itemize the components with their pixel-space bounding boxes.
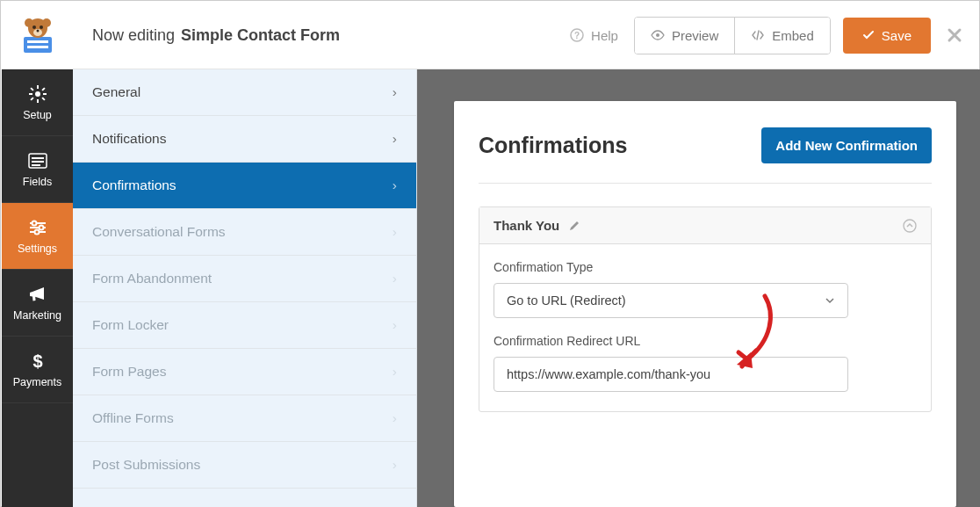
panel-body: Confirmation Type Go to URL (Redirect) C… (479, 244, 931, 411)
sliders-icon (28, 218, 47, 237)
submenu-item-conversational-forms[interactable]: Conversational Forms › (73, 209, 416, 256)
submenu-item-notifications[interactable]: Notifications › (73, 116, 416, 163)
submenu-item-post-submissions[interactable]: Post Submissions › (73, 442, 416, 489)
chevron-down-icon (825, 295, 835, 306)
vnav-label: Settings (18, 243, 57, 255)
submenu-item-confirmations[interactable]: Confirmations › (73, 163, 416, 209)
save-label: Save (882, 28, 912, 43)
svg-rect-20 (41, 87, 45, 91)
chevron-up-icon (903, 219, 917, 233)
svg-text:$: $ (32, 351, 42, 371)
submenu-label: Form Abandonment (92, 271, 212, 286)
submenu-label: Confirmations (92, 177, 177, 193)
pencil-icon[interactable] (568, 220, 580, 232)
close-icon (947, 27, 962, 43)
chevron-right-icon: › (393, 84, 397, 100)
dollar-icon: $ (28, 351, 47, 371)
embed-button[interactable]: Embed (734, 18, 830, 54)
svg-point-4 (25, 18, 33, 27)
panel-header[interactable]: Thank You (479, 207, 931, 244)
topbar: Now editing Simple Contact Form ? Help P… (73, 2, 978, 69)
submenu-item-form-locker[interactable]: Form Locker › (73, 302, 416, 349)
svg-point-9 (36, 30, 39, 33)
preview-button[interactable]: Preview (635, 18, 734, 54)
submenu-item-form-abandonment[interactable]: Form Abandonment › (73, 256, 416, 302)
chevron-right-icon: › (393, 131, 397, 147)
svg-point-12 (656, 33, 659, 37)
svg-point-33 (904, 220, 916, 232)
eye-icon (651, 28, 665, 42)
submenu-label: Conversational Forms (92, 224, 226, 240)
submenu-label: Offline Forms (92, 410, 174, 426)
vertical-nav: Setup Fields Settings Marketing $ Paymen… (2, 69, 73, 507)
add-confirmation-button[interactable]: Add New Confirmation (761, 127, 932, 163)
settings-submenu: General › Notifications › Confirmations … (73, 69, 417, 507)
svg-point-13 (35, 91, 40, 97)
svg-rect-25 (32, 164, 40, 166)
svg-point-31 (34, 229, 39, 234)
panel-title: Thank You (494, 218, 559, 233)
check-icon (862, 29, 875, 41)
redirect-url-label: Confirmation Redirect URL (494, 334, 917, 348)
submenu-item-offline-forms[interactable]: Offline Forms › (73, 395, 416, 442)
vnav-item-marketing[interactable]: Marketing (2, 270, 73, 337)
confirmation-type-select[interactable]: Go to URL (Redirect) (494, 283, 848, 318)
vnav-label: Fields (23, 176, 52, 188)
submenu-label: Form Locker (92, 317, 169, 333)
preview-embed-group: Preview Embed (634, 17, 831, 54)
vnav-item-settings[interactable]: Settings (2, 203, 73, 270)
code-icon (751, 28, 765, 42)
svg-text:?: ? (574, 31, 580, 40)
svg-rect-1 (27, 40, 48, 43)
svg-point-29 (39, 225, 43, 229)
chevron-right-icon: › (393, 224, 397, 240)
redirect-url-input[interactable] (494, 357, 848, 392)
form-title: Simple Contact Form (181, 26, 340, 44)
svg-rect-21 (30, 97, 33, 100)
svg-rect-16 (29, 93, 32, 95)
help-link[interactable]: ? Help (570, 28, 618, 43)
vnav-item-payments[interactable]: $ Payments (2, 337, 73, 403)
chevron-right-icon: › (393, 317, 397, 333)
svg-rect-0 (24, 37, 52, 53)
main-column: Confirmations Add New Confirmation Thank… (417, 69, 980, 507)
submenu-item-form-pages[interactable]: Form Pages › (73, 349, 416, 395)
vnav-item-fields[interactable]: Fields (2, 136, 73, 203)
vnav-item-setup[interactable]: Setup (2, 69, 73, 136)
save-button[interactable]: Save (843, 18, 931, 54)
svg-rect-2 (27, 46, 48, 48)
help-label: Help (591, 28, 618, 43)
chevron-right-icon: › (393, 364, 397, 380)
chevron-right-icon: › (393, 457, 397, 473)
embed-label: Embed (772, 28, 814, 43)
vnav-label: Payments (13, 376, 62, 388)
chevron-right-icon: › (393, 177, 397, 193)
svg-point-6 (32, 25, 36, 29)
chevron-right-icon: › (393, 271, 397, 286)
gear-icon (28, 84, 47, 104)
svg-rect-24 (32, 161, 44, 163)
add-button-label: Add New Confirmation (775, 138, 918, 153)
svg-rect-15 (37, 99, 39, 103)
preview-label: Preview (672, 28, 718, 43)
svg-point-5 (42, 18, 51, 27)
close-button[interactable] (947, 27, 962, 43)
help-icon: ? (570, 28, 584, 42)
editing-title: Now editing Simple Contact Form (92, 26, 340, 45)
submenu-label: Notifications (92, 131, 166, 147)
vnav-label: Marketing (13, 309, 61, 322)
collapse-button[interactable] (903, 219, 917, 233)
select-value: Go to URL (Redirect) (507, 293, 626, 308)
chevron-right-icon: › (393, 410, 397, 426)
app-logo[interactable] (2, 2, 73, 69)
megaphone-icon (28, 285, 47, 304)
confirmation-panel: Thank You Confirmation Type Go to URL (R… (479, 206, 932, 412)
submenu-label: Form Pages (92, 364, 166, 380)
page-heading: Confirmations (479, 133, 627, 158)
submenu-item-general[interactable]: General › (73, 69, 416, 116)
submenu-label: General (92, 84, 141, 100)
submenu-label: Post Submissions (92, 457, 200, 473)
confirmation-type-label: Confirmation Type (494, 260, 917, 274)
svg-point-27 (32, 221, 36, 225)
svg-point-7 (40, 25, 43, 29)
